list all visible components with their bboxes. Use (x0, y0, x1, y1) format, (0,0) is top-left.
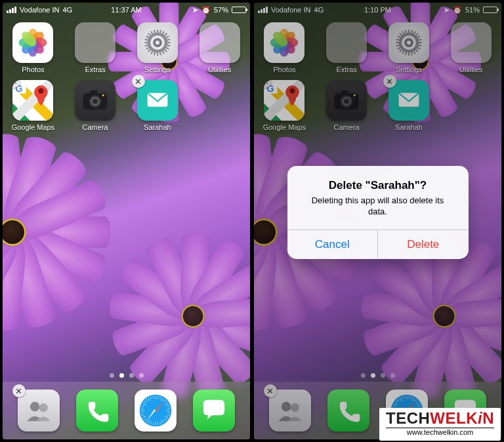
svg-rect-27 (144, 42, 148, 43)
svg-rect-45 (90, 90, 97, 94)
page-dot[interactable] (139, 373, 144, 378)
page-dot[interactable] (129, 373, 134, 378)
watermark-brand-b: WELK (430, 409, 478, 427)
watermark-brand-a: TECH (386, 409, 430, 427)
svg-rect-24 (148, 49, 152, 52)
delete-button[interactable]: Delete (377, 230, 469, 259)
svg-rect-13 (165, 35, 169, 39)
svg-rect-11 (161, 31, 165, 35)
extras-folder-icon[interactable] (75, 22, 116, 63)
svg-point-52 (39, 403, 47, 412)
app-label: Sarahah (144, 123, 171, 131)
svg-point-43 (39, 88, 44, 93)
dialog-message: Deleting this app will also delete its d… (287, 195, 469, 230)
svg-line-55 (158, 396, 158, 399)
dialog-title: Delete "Sarahah"? (287, 166, 469, 195)
svg-point-35 (156, 41, 159, 45)
home-grid[interactable]: PhotosExtrasSettingsUtilitiesG✕Google Ma… (3, 16, 250, 131)
svg-line-82 (141, 408, 144, 409)
extras-folder[interactable]: Extras (72, 22, 119, 73)
screenshot-left: Vodafone IN 4G 11:37 AM ➤ ⏰ 57% PhotosEx… (3, 3, 250, 439)
svg-point-49 (102, 94, 104, 96)
svg-rect-23 (150, 50, 154, 54)
svg-rect-21 (157, 52, 158, 56)
utilities-folder[interactable]: Utilities (196, 22, 243, 73)
utilities-folder-icon[interactable] (200, 22, 240, 63)
svg-rect-31 (150, 31, 154, 35)
app-label: Utilities (208, 66, 231, 73)
app-label: Google Maps (12, 123, 54, 131)
page-dot[interactable] (110, 373, 114, 378)
contacts-app[interactable]: ✕ (18, 390, 60, 432)
page-dots[interactable] (3, 373, 250, 378)
svg-rect-30 (148, 33, 152, 37)
screenshot-right: Vodafone IN 4G 1:10 PM ➤ ⏰ 51% PhotosExt… (254, 3, 501, 439)
delete-badge[interactable]: ✕ (132, 75, 145, 88)
svg-line-73 (153, 422, 154, 425)
google-maps-app-icon[interactable]: G✕ (12, 80, 53, 121)
settings-app[interactable]: Settings (134, 22, 182, 73)
svg-rect-9 (157, 30, 158, 33)
delete-app-dialog: Delete "Sarahah"? Deleting this app will… (287, 166, 469, 259)
clock: 11:37 AM (3, 6, 250, 14)
svg-rect-17 (165, 47, 169, 50)
svg-line-89 (153, 396, 154, 399)
delete-badge[interactable]: ✕ (12, 384, 26, 397)
app-label: Photos (22, 66, 44, 73)
svg-rect-19 (161, 50, 165, 54)
svg-line-71 (158, 422, 158, 425)
app-label: Camera (83, 123, 108, 131)
cancel-button[interactable]: Cancel (287, 230, 378, 259)
svg-rect-25 (146, 47, 150, 50)
sarahah-app[interactable]: ✕Sarahah (134, 80, 182, 131)
svg-rect-18 (163, 49, 167, 52)
camera-app[interactable]: Camera (72, 80, 119, 131)
safari-app[interactable] (135, 390, 177, 432)
contacts-app-icon[interactable]: ✕ (18, 390, 60, 432)
photos-app-icon[interactable] (12, 22, 53, 63)
svg-rect-12 (163, 33, 167, 37)
sarahah-app-icon[interactable]: ✕ (137, 80, 178, 121)
watermark-brand-d: N (482, 409, 494, 427)
svg-line-80 (141, 412, 144, 413)
dock[interactable]: ✕ (3, 382, 250, 439)
safari-app-icon[interactable] (135, 390, 177, 432)
svg-line-62 (168, 408, 171, 409)
messages-app-icon[interactable] (193, 390, 235, 432)
watermark-url: www.techwelkin.com (386, 428, 494, 437)
settings-app-icon[interactable] (137, 22, 178, 63)
photos-app[interactable]: Photos (9, 22, 57, 73)
app-label: Extras (85, 66, 106, 73)
svg-rect-29 (146, 35, 150, 39)
page-dot[interactable] (119, 373, 124, 378)
svg-rect-15 (167, 42, 171, 43)
camera-app-icon[interactable] (75, 80, 116, 121)
app-label: Settings (144, 66, 171, 73)
google-maps-app[interactable]: G✕Google Maps (9, 80, 57, 131)
battery-icon (232, 7, 246, 13)
status-bar: Vodafone IN 4G 11:37 AM ➤ ⏰ 57% (3, 3, 250, 16)
svg-point-51 (30, 402, 39, 412)
svg-point-48 (93, 99, 98, 104)
svg-line-64 (168, 412, 171, 413)
messages-app[interactable] (193, 390, 235, 432)
watermark: TECHWELKiN www.techwelkin.com (379, 408, 501, 441)
phone-app[interactable] (76, 390, 118, 432)
phone-app-icon[interactable] (76, 390, 118, 432)
